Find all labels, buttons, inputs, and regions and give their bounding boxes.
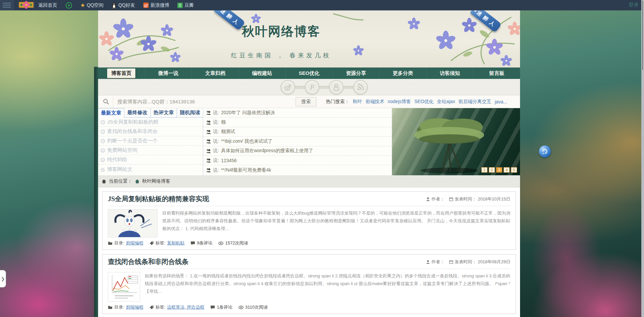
article-tags: 标签: 复制粘贴 bbox=[149, 240, 185, 246]
floating-widget-button[interactable] bbox=[539, 145, 551, 157]
article-comments-count[interactable]: 9条评论 bbox=[190, 240, 212, 246]
recent-post-link[interactable]: 纯代码给 bbox=[98, 155, 203, 165]
hot-search-link[interactable]: 前端技术 bbox=[366, 99, 384, 105]
comment-link[interactable]: 说:2020年了 问题依然没解决 bbox=[203, 108, 392, 118]
qzone-link[interactable]: ★ QQ空间 bbox=[76, 2, 108, 8]
hot-search: 热门搜索： 秋叶 前端技术 nodejs博客 SEO优化 全站ajax 前后端分… bbox=[326, 99, 507, 105]
article-author: 作者： bbox=[426, 259, 444, 265]
hot-search-link[interactable]: 前后端分离交互 bbox=[459, 99, 491, 105]
nav-item-coding[interactable]: 编程建站 bbox=[239, 67, 286, 79]
hot-search-link[interactable]: SEO优化 bbox=[414, 99, 434, 105]
comment-link[interactable]: 说:额 bbox=[203, 118, 392, 127]
slider-page-button-active[interactable]: 3 bbox=[496, 167, 502, 173]
nav-item-label: SEO优化 bbox=[299, 70, 319, 77]
weibo-link[interactable]: 新浪微博 bbox=[139, 2, 173, 8]
article-excerpt: 如果你有这样的场景： 1.在一堆的线段或者折线段内找出闭合折线段或者闭合边框。s… bbox=[145, 272, 510, 296]
article-meta-top: 作者： 发表时间：2018年10月15日 bbox=[426, 196, 510, 202]
hot-search-link[interactable]: java... bbox=[495, 99, 507, 104]
hot-search-link[interactable]: nodejs博客 bbox=[388, 99, 411, 105]
slider-page-button[interactable]: 4 bbox=[504, 167, 510, 173]
visitor-icon bbox=[206, 120, 211, 125]
douban-link[interactable]: 豆 豆瓣 bbox=[173, 2, 198, 8]
site-title[interactable]: 秋叶网络博客 bbox=[226, 23, 337, 40]
search-button[interactable]: 搜索 bbox=[296, 97, 316, 106]
nav-item-home[interactable]: 博客首页 bbox=[98, 67, 145, 79]
nav-item-label: 留言板 bbox=[489, 70, 504, 77]
visitor-icon bbox=[206, 130, 211, 134]
featured-slider[interactable]: 1 2 3 4 5 bbox=[392, 108, 520, 175]
comment-link[interactable]: 说:额测试 bbox=[203, 127, 392, 137]
nav-item-guestbook[interactable]: 留言板 bbox=[473, 67, 520, 79]
login-link[interactable]: 登录 bbox=[629, 2, 639, 8]
clock-icon bbox=[100, 129, 105, 134]
qq-share-button[interactable] bbox=[329, 80, 344, 95]
scrollbar-thumb[interactable] bbox=[642, 0, 644, 71]
nav-item-label: 访客须知 bbox=[440, 70, 460, 77]
date-label: 发表时间： bbox=[455, 196, 476, 202]
category-link[interactable]: 前端编程 bbox=[126, 240, 143, 246]
chain-link bbox=[343, 86, 354, 89]
comment-text: 具体如何运用在wordpress的搜索框上使用了 bbox=[221, 148, 313, 154]
nav-item-label: 更多分类 bbox=[393, 70, 413, 77]
recent-post-link[interactable]: 免费网站空间 bbox=[98, 146, 203, 155]
recent-post-link[interactable]: 判断一个点是否在一个 bbox=[98, 136, 203, 146]
article-views-count: 3110次阅读 bbox=[239, 304, 268, 310]
article-title-link[interactable]: JS全局复制粘贴板的精简兼容实现 bbox=[108, 194, 209, 203]
browser-scrollbar[interactable] bbox=[641, 0, 644, 317]
recent-post-link[interactable]: 博客网站文 bbox=[98, 165, 203, 174]
sidebar-expand-tab[interactable]: ❯ bbox=[0, 270, 6, 287]
comment-link[interactable]: 说:123456 bbox=[203, 156, 392, 165]
article-category: 目录: 前端编程 bbox=[108, 240, 143, 246]
recent-post-link[interactable]: 查找闭合线条和非闭合 bbox=[98, 127, 203, 136]
nav-item-label: 资源分享 bbox=[346, 70, 366, 77]
article-title-link[interactable]: 查找闭合线条和非闭合线条 bbox=[108, 257, 188, 266]
comment-link[interactable]: 说:具体如何运用在wordpress的搜索框上使用了 bbox=[203, 146, 392, 156]
tab-hot-comments[interactable]: 热评文章 bbox=[151, 108, 177, 117]
nav-item-visitor-notice[interactable]: 访客须知 bbox=[427, 67, 474, 79]
breadcrumb-current[interactable]: 秋叶网络博客 bbox=[142, 178, 170, 184]
comment-link[interactable]: 说:**ibiji.com/ 我也来试试了 bbox=[203, 137, 392, 146]
menu-hamburger-icon[interactable] bbox=[0, 0, 13, 10]
article-comments-count[interactable]: 1条评论 bbox=[210, 304, 232, 310]
comment-text: 2020年了 问题依然没解决 bbox=[221, 110, 275, 116]
qq-friend-link[interactable]: QQ好友 bbox=[108, 2, 139, 8]
article-category: 目录: 前端编程 bbox=[108, 304, 143, 310]
nav-item-resources[interactable]: 资源分享 bbox=[333, 67, 380, 79]
comment-prefix: 说: bbox=[213, 129, 219, 135]
nav-item-weibo-talk[interactable]: 微博一说 bbox=[145, 67, 192, 79]
recent-post-link[interactable]: JS全局复制粘贴板的精 bbox=[98, 118, 203, 127]
nav-item-seo[interactable]: SEO优化 bbox=[286, 67, 333, 79]
flower-logo-icon[interactable] bbox=[18, 1, 34, 10]
category-link[interactable]: 前端编程 bbox=[126, 304, 143, 310]
tab-last-modified[interactable]: 最终修改 bbox=[124, 108, 151, 117]
views-count: 1572次阅读 bbox=[225, 240, 248, 246]
tag-link[interactable]: 边框算法, 闭合边框 bbox=[167, 304, 204, 310]
main-nav: 博客首页 微博一说 文章归档 编程建站 SEO优化 资源分享 更多分类 访客须知… bbox=[98, 67, 520, 79]
share-icon bbox=[100, 167, 105, 172]
nav-item-more-categories[interactable]: 更多分类 bbox=[380, 67, 427, 79]
comment-link[interactable]: 说:**/N4f最新可用免费看4k bbox=[203, 165, 392, 175]
recent-posts-widget: 最新文章 最终修改 热评文章 随机阅读 JS全局复制粘贴板的精 查找闭合线条和非… bbox=[98, 108, 203, 175]
chain-link bbox=[295, 86, 305, 89]
rss-button[interactable] bbox=[353, 80, 368, 95]
tab-random-reads[interactable]: 随机阅读 bbox=[177, 108, 203, 117]
tag-link[interactable]: 复制粘贴 bbox=[167, 240, 184, 246]
play-button[interactable] bbox=[61, 2, 76, 9]
qq-penguin-icon bbox=[112, 2, 117, 8]
hot-search-link[interactable]: 全站ajax bbox=[437, 99, 455, 105]
tab-latest-articles[interactable]: 最新文章 bbox=[98, 108, 124, 118]
pinterest-share-button[interactable]: P bbox=[305, 80, 319, 95]
hot-search-link[interactable]: 秋叶 bbox=[353, 99, 362, 105]
back-home-button[interactable]: 返回首页 bbox=[34, 2, 61, 8]
weibo-share-button[interactable] bbox=[281, 80, 295, 95]
nav-item-archive[interactable]: 文章归档 bbox=[192, 67, 239, 79]
tags-label: 标签: bbox=[156, 304, 166, 310]
article-thumbnail-opera-mask[interactable] bbox=[108, 209, 158, 237]
article-thumbnail-line-chart[interactable] bbox=[108, 272, 140, 302]
date-value: 2018年10月15日 bbox=[478, 196, 510, 202]
search-input[interactable] bbox=[113, 96, 288, 108]
page-container: 迷醉人 迷醉人 秋叶网络博客 红豆生南国 ， 春来发几枝 博客首页 微博一说 文… bbox=[98, 10, 520, 317]
slider-page-button[interactable]: 1 bbox=[481, 167, 487, 173]
slider-page-button[interactable]: 2 bbox=[489, 167, 495, 173]
slider-page-button[interactable]: 5 bbox=[511, 167, 517, 173]
